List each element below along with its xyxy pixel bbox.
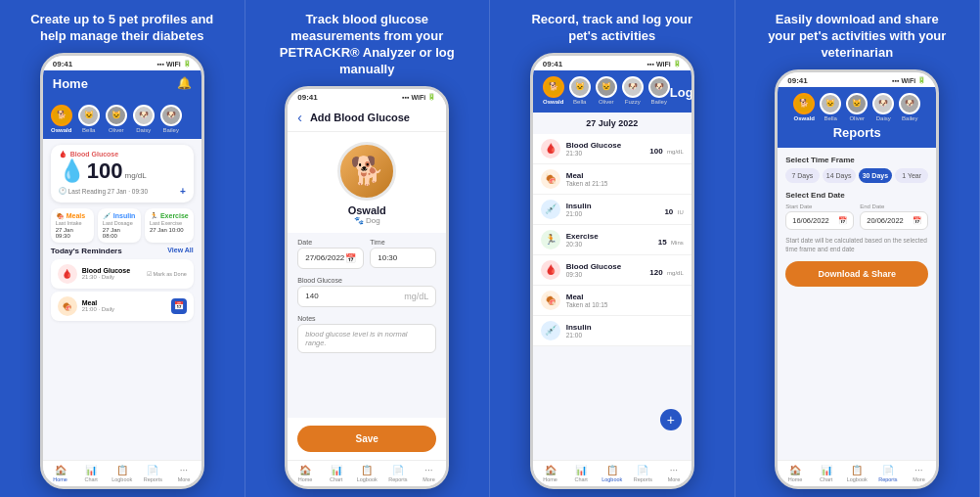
wifi-icon: WiFi: [166, 61, 181, 68]
glucose-input[interactable]: 140 mg/dL: [297, 286, 436, 307]
nav-reports-rp[interactable]: 📄 Reports: [872, 465, 904, 482]
notes-label: Notes: [297, 315, 436, 322]
nav-reports: 🏠 Home 📊 Chart 📋 Logbook 📄 Reports ··· M…: [778, 460, 936, 486]
save-button[interactable]: Save: [297, 426, 436, 452]
nav-more-rp[interactable]: ··· More: [904, 465, 935, 482]
nav-logbook-btn[interactable]: 📋 Logbook: [107, 465, 138, 482]
tf-7days[interactable]: 7 Days: [785, 168, 819, 183]
log-blood-name-1: Blood Glucose: [566, 141, 645, 150]
log-item-blood2[interactable]: 🩸 Blood Glucose 09:30 120 mg/dL: [533, 255, 691, 286]
rp-avatar-bella[interactable]: 🐱 Bella: [820, 93, 841, 121]
nav-reports-logbook[interactable]: 📄 Reports: [628, 465, 659, 482]
nav-home-add[interactable]: 🏠 Home: [290, 465, 321, 482]
log-item-blood1[interactable]: 🩸 Blood Glucose 21:30 100 mg/dL: [533, 134, 691, 164]
reports-pet-avatars: 🐕 Oswald 🐱 Bella 🐱 Oliver 🐶: [793, 93, 920, 121]
lb-avatar-fuzzy[interactable]: 🐶 Fuzzy: [622, 76, 644, 105]
status-icons-logbook: ▪▪▪ WiFi 🔋: [647, 60, 682, 68]
log-item-exercise[interactable]: 🏃 Exercise 20:30 15 Mins: [533, 225, 691, 255]
nav-chart-logbook[interactable]: 📊 Chart: [565, 465, 597, 482]
date-label: Date: [297, 239, 364, 246]
nav-logbook-rp[interactable]: 📋 Logbook: [841, 465, 872, 482]
notes-input[interactable]: blood glucose level is in normal range.: [297, 324, 436, 353]
tf-1year[interactable]: 1 Year: [895, 168, 928, 183]
meals-date: 27 Jan 09:30: [56, 227, 89, 239]
reminder-blood-glucose[interactable]: 🩸 Blood Glucose 21:30 · Daily ☑ Mark as …: [51, 259, 194, 289]
insulin-sub: Last Dosage: [103, 220, 136, 226]
rp-avatar-oliver[interactable]: 🐱 Oliver: [846, 93, 868, 121]
lb-avatar-oliver[interactable]: 🐱 Oliver: [596, 76, 617, 105]
download-share-button[interactable]: Download & Share: [785, 261, 928, 287]
activity-meals[interactable]: 🍖 Meals Last Intake 27 Jan 09:30: [51, 208, 94, 243]
lb-avatar-bailey[interactable]: 🐶 Bailey: [648, 76, 670, 105]
pet-avatar-daisy[interactable]: 🐶 Daisy: [133, 105, 155, 133]
tf-14days[interactable]: 14 Days: [823, 168, 856, 183]
rp-avatar-bailey[interactable]: 🐶 Bailey: [899, 93, 920, 121]
logbook-nav-icon-add: 📋: [361, 465, 373, 475]
status-icons-reports: ▪▪▪ WiFi 🔋: [892, 76, 926, 84]
add-fab-button[interactable]: +: [660, 409, 682, 430]
nav-more-btn[interactable]: ··· More: [168, 465, 200, 482]
bell-icon[interactable]: 🔔: [177, 76, 192, 90]
tf-30days[interactable]: 30 Days: [859, 168, 892, 183]
pet-avatar-bailey[interactable]: 🐶 Bailey: [160, 105, 182, 133]
nav-home-label-rp: Home: [788, 476, 803, 482]
rp-avatar-daisy[interactable]: 🐶 Daisy: [872, 93, 894, 121]
log-items-container: 🩸 Blood Glucose 21:30 100 mg/dL 🍖 Meal T…: [533, 134, 691, 460]
notes-value: blood glucose level is in normal range.: [305, 330, 428, 347]
nav-home-rp[interactable]: 🏠 Home: [780, 465, 811, 482]
nav-chart-btn[interactable]: 📊 Chart: [75, 465, 107, 482]
lb-avatar-bella[interactable]: 🐱 Bella: [569, 76, 591, 105]
avatar-daisy: 🐶: [133, 105, 155, 126]
pet-avatar-oliver[interactable]: 🐱 Oliver: [106, 105, 127, 133]
lb-avatar-fuzzy-img: 🐶: [622, 76, 644, 98]
nav-home-label-lb: Home: [543, 476, 557, 482]
lb-avatar-oliver-img: 🐱: [596, 76, 617, 98]
lb-avatar-bailey-label: Bailey: [651, 99, 667, 105]
log-item-insulin[interactable]: 💉 Insulin 21:00 10 IU: [533, 195, 691, 225]
lb-avatar-oswald[interactable]: 🐕 Oswald: [543, 76, 564, 105]
log-blood-info-2: Blood Glucose 09:30: [566, 262, 645, 278]
nav-more-logbook[interactable]: ··· More: [658, 465, 690, 482]
log-blood-icon-2: 🩸: [541, 260, 560, 280]
calendar-btn[interactable]: 📅: [171, 298, 187, 314]
date-input[interactable]: 27/06/2022 📅: [297, 248, 364, 269]
log-item-meal1[interactable]: 🍖 Meal Taken at 21:15: [533, 164, 691, 195]
end-date-input[interactable]: 20/06/2022 📅: [860, 211, 928, 230]
view-all-link[interactable]: View All: [167, 247, 193, 255]
nav-home-btn[interactable]: 🏠 Home: [45, 465, 76, 482]
nav-more-add[interactable]: ··· More: [414, 465, 445, 482]
nav-reports-label-rp: Reports: [878, 476, 897, 482]
time-input[interactable]: 10:30: [370, 248, 436, 268]
nav-reports-label-add: Reports: [388, 476, 407, 482]
rp-avatar-oswald[interactable]: 🐕 Oswald: [793, 93, 815, 121]
nav-reports-add[interactable]: 📄 Reports: [382, 465, 414, 482]
insulin-label: 💉 Insulin: [103, 212, 136, 220]
time-frame-buttons: 7 Days 14 Days 30 Days 1 Year: [785, 168, 928, 183]
start-date-input[interactable]: 16/06/2022 📅: [785, 211, 854, 230]
nav-chart-rp[interactable]: 📊 Chart: [811, 465, 842, 482]
reminder-blood-info: Blood Glucose 21:30 · Daily: [82, 267, 142, 280]
activity-exercise[interactable]: 🏃 Exercise Last Exercise 27 Jan 10:00: [145, 208, 194, 243]
pet-avatar-oswald[interactable]: 🐕 Oswald: [51, 105, 72, 133]
nav-logbook-label: Logbook: [111, 476, 132, 482]
nav-home-logbook[interactable]: 🏠 Home: [535, 465, 566, 482]
log-blood-icon-1: 🩸: [541, 139, 560, 158]
pet-avatar-bella[interactable]: 🐱 Bella: [78, 105, 100, 133]
date-range-row: Start Date 16/06/2022 📅 End Date 20/06/2…: [785, 203, 928, 230]
log-item-meal2[interactable]: 🍖 Meal Taken at 10:15: [533, 286, 691, 316]
status-bar-logbook: 09:41 ▪▪▪ WiFi 🔋: [533, 56, 691, 70]
nav-chart-add[interactable]: 📊 Chart: [321, 465, 352, 482]
reminder-meal[interactable]: 🍖 Meal 21:00 · Daily 📅: [51, 292, 194, 321]
calendar-icon-start: 📅: [838, 216, 847, 225]
status-icons: ▪▪▪ WiFi 🔋: [157, 60, 192, 68]
nav-logbook-logbook[interactable]: 📋 Logbook: [597, 465, 628, 482]
activity-insulin[interactable]: 💉 Insulin Last Dosage 27 Jan 08:00: [98, 208, 141, 243]
nav-reports-btn[interactable]: 📄 Reports: [138, 465, 169, 482]
mark-done-btn[interactable]: ☑ Mark as Done: [147, 271, 187, 277]
nav-logbook-add[interactable]: 📋 Logbook: [351, 465, 382, 482]
back-button[interactable]: ‹: [297, 110, 302, 125]
log-item-insulin2[interactable]: 💉 Insulin 21:00 +: [533, 316, 691, 346]
nav-chart-label: Chart: [84, 476, 97, 482]
log-insulin-time: 21:00: [566, 210, 659, 217]
more-nav-icon-lb: ···: [670, 465, 678, 475]
